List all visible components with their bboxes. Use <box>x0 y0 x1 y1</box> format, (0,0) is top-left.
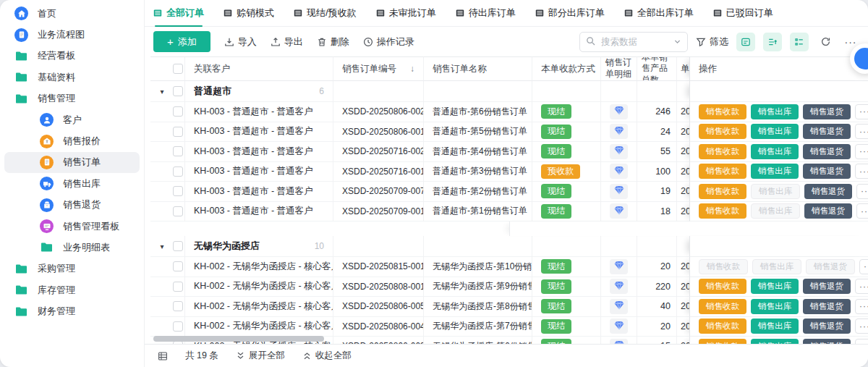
order-detail-button[interactable] <box>610 259 628 274</box>
outbound-button[interactable]: 销售出库 <box>751 203 800 219</box>
tab-credit-mode[interactable]: 赊销模式 <box>224 0 274 26</box>
sidebar-item-purchase-mgmt[interactable]: 采购管理 <box>4 258 140 279</box>
row-more-button[interactable]: ··· <box>856 203 868 219</box>
receipt-button[interactable]: 销售收款 <box>699 144 746 159</box>
row-checkbox[interactable] <box>173 282 183 292</box>
refund-button[interactable]: 销售退货 <box>803 144 851 159</box>
refresh-button[interactable] <box>817 33 834 51</box>
summary-icon[interactable] <box>158 351 168 361</box>
outbound-button[interactable]: 销售出库 <box>751 299 799 314</box>
receipt-button[interactable]: 销售收款 <box>699 319 746 334</box>
outbound-button[interactable]: 销售出库 <box>751 184 800 199</box>
row-more-button[interactable]: ··· <box>855 279 868 294</box>
order-detail-button[interactable] <box>610 184 628 199</box>
refund-button[interactable]: 销售退货 <box>803 104 851 119</box>
row-more-button[interactable]: ··· <box>856 184 868 199</box>
row-more-button[interactable]: ··· <box>855 319 868 334</box>
order-detail-button[interactable] <box>610 144 628 159</box>
sidebar-item-operation-board[interactable]: 经营看板 <box>4 46 140 67</box>
tab-cash-prepay[interactable]: 现结/预收款 <box>294 0 357 26</box>
sidebar-item-sales-mgmt[interactable]: 销售管理 <box>4 88 140 109</box>
receipt-button[interactable]: 销售收款 <box>699 164 746 179</box>
horizontal-scrollbar[interactable] <box>153 336 324 342</box>
row-checkbox[interactable] <box>173 186 183 196</box>
row-more-button[interactable]: ··· <box>855 104 868 119</box>
receipt-button[interactable]: 销售收款 <box>699 203 746 219</box>
add-button[interactable]: + 添加 <box>153 31 210 52</box>
search-input[interactable] <box>600 36 669 48</box>
row-checkbox[interactable] <box>173 206 183 216</box>
row-checkbox[interactable] <box>173 106 183 117</box>
tab-partial-outbound[interactable]: 部分出库订单 <box>535 0 605 26</box>
receipt-button[interactable]: 销售收款 <box>699 299 746 314</box>
row-more-button[interactable]: ··· <box>855 339 868 344</box>
order-detail-button[interactable] <box>610 279 628 294</box>
order-detail-button[interactable] <box>610 124 628 139</box>
row-more-button[interactable]: ··· <box>855 299 868 314</box>
row-checkbox[interactable] <box>173 146 183 156</box>
refund-button[interactable]: 销售退货 <box>803 279 851 294</box>
export-button[interactable]: 导出 <box>271 35 303 48</box>
outbound-button[interactable]: 销售出库 <box>751 104 799 119</box>
refund-button[interactable]: 销售退货 <box>804 203 852 219</box>
sidebar-item-business-flow[interactable]: 业务流程图 <box>4 24 140 45</box>
row-checkbox[interactable] <box>173 127 183 137</box>
refund-button[interactable]: 销售退货 <box>803 319 851 334</box>
order-detail-button[interactable] <box>610 104 628 119</box>
sidebar-item-sales-dashboard[interactable]: 销售管理看板 <box>4 216 140 237</box>
outbound-button[interactable]: 销售出库 <box>751 124 799 139</box>
sidebar-item-finance-mgmt[interactable]: 财务管理 <box>4 300 140 321</box>
filter-button[interactable]: 筛选 <box>696 35 728 48</box>
select-all-checkbox[interactable] <box>173 64 183 74</box>
group-collapse-caret[interactable]: ▾ <box>157 242 167 250</box>
row-more-button[interactable]: ··· <box>855 164 868 179</box>
field-config-button[interactable] <box>763 33 782 51</box>
receipt-button[interactable]: 销售收款 <box>699 184 746 199</box>
sidebar-item-home[interactable]: 首页 <box>4 3 140 24</box>
tab-rejected[interactable]: 已驳回订单 <box>713 0 773 26</box>
collapse-all-button[interactable]: 收起全部 <box>302 350 352 362</box>
delete-button[interactable]: 删除 <box>317 35 349 48</box>
row-more-button[interactable]: ··· <box>855 124 868 139</box>
sidebar-item-sales-order[interactable]: 销售订单 <box>4 152 140 173</box>
history-button[interactable]: 操作记录 <box>363 35 414 48</box>
order-detail-button[interactable] <box>610 299 628 314</box>
group-checkbox[interactable] <box>173 241 183 251</box>
row-more-button[interactable]: ··· <box>855 144 868 159</box>
tab-all-orders[interactable]: 全部订单 <box>153 0 204 26</box>
outbound-button[interactable]: 销售出库 <box>751 144 799 159</box>
group-checkbox[interactable] <box>173 86 183 96</box>
row-detail-button[interactable] <box>790 33 809 51</box>
sort-desc-icon[interactable]: ↓ <box>410 64 414 74</box>
order-detail-button[interactable] <box>610 319 628 334</box>
refund-button[interactable]: 销售退货 <box>803 164 851 179</box>
order-detail-button[interactable] <box>610 339 628 344</box>
outbound-button[interactable]: 销售出库 <box>751 279 799 294</box>
import-button[interactable]: 导入 <box>224 35 257 48</box>
outbound-button[interactable]: 销售出库 <box>751 164 799 179</box>
group-collapse-caret[interactable]: ▾ <box>157 88 167 96</box>
order-detail-button[interactable] <box>610 164 628 179</box>
refund-button[interactable]: 销售退货 <box>803 339 851 344</box>
refund-button[interactable]: 销售退货 <box>806 259 855 274</box>
sidebar-item-base-data[interactable]: 基础资料 <box>4 67 140 88</box>
form-view-button[interactable] <box>736 33 755 51</box>
outbound-button[interactable]: 销售出库 <box>752 259 801 274</box>
refund-button[interactable]: 销售退货 <box>803 299 851 314</box>
receipt-button[interactable]: 销售收款 <box>699 279 746 294</box>
tab-unapproved[interactable]: 未审批订单 <box>376 0 436 26</box>
sidebar-item-sales-outbound[interactable]: 销售出库 <box>4 173 140 194</box>
order-detail-button[interactable] <box>610 203 628 219</box>
outbound-button[interactable]: 销售出库 <box>751 319 799 334</box>
sidebar-item-sales-return[interactable]: 销售退货 <box>4 195 140 216</box>
refund-button[interactable]: 销售退货 <box>803 124 851 139</box>
expand-all-button[interactable]: 展开全部 <box>236 350 285 362</box>
sidebar-item-detail-sheets[interactable]: 业务明细表 <box>4 237 140 258</box>
tab-all-outbound[interactable]: 全部出库订单 <box>624 0 694 26</box>
outbound-button[interactable]: 销售出库 <box>751 339 799 344</box>
row-checkbox[interactable] <box>173 166 183 177</box>
receipt-button[interactable]: 销售收款 <box>699 259 748 274</box>
search-box[interactable] <box>579 32 688 52</box>
row-checkbox[interactable] <box>173 261 183 271</box>
sidebar-item-customers[interactable]: 客户 <box>4 109 140 130</box>
